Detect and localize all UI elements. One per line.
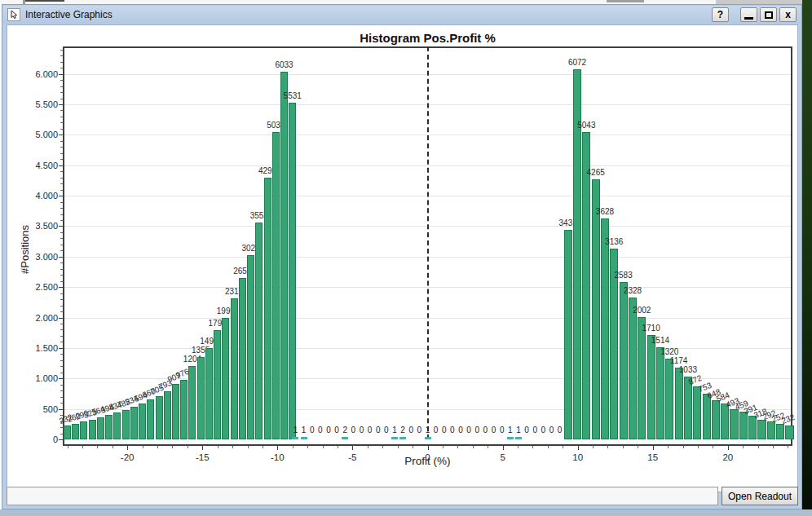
help-button[interactable]: ? xyxy=(712,7,729,22)
histogram-bar[interactable] xyxy=(272,132,280,439)
histogram-bar[interactable] xyxy=(255,223,263,439)
y-minor-tick xyxy=(60,275,63,276)
histogram-bar[interactable] xyxy=(139,404,146,439)
close-button[interactable]: x xyxy=(779,7,797,22)
histogram-bar[interactable] xyxy=(113,412,121,439)
y-minor-tick xyxy=(60,55,63,56)
y-minor-tick xyxy=(60,360,63,361)
y-tick-label: 4.500 xyxy=(19,161,58,170)
maximize-button[interactable] xyxy=(760,7,777,22)
titlebar-buttons: ? x xyxy=(712,7,797,22)
histogram-bar[interactable] xyxy=(222,318,229,439)
tiny-bar[interactable] xyxy=(507,437,514,439)
open-readout-button[interactable]: Open Readout xyxy=(722,487,798,505)
titlebar[interactable]: Interactive Graphics ? x xyxy=(3,6,801,24)
y-minor-tick xyxy=(60,92,63,93)
histogram-bar[interactable] xyxy=(197,357,205,439)
histogram-bar[interactable] xyxy=(675,368,683,439)
x-minor-tick xyxy=(143,446,143,448)
y-minor-tick xyxy=(60,281,63,282)
x-minor-tick xyxy=(323,446,324,448)
x-minor-tick xyxy=(398,446,399,448)
histogram-bar[interactable] xyxy=(89,420,96,439)
histogram-bar[interactable] xyxy=(231,298,238,439)
histogram-bar[interactable] xyxy=(601,218,609,439)
y-minor-tick xyxy=(60,110,63,111)
histogram-bar[interactable] xyxy=(188,366,196,439)
tiny-bar[interactable] xyxy=(425,437,431,439)
y-minor-tick xyxy=(60,311,63,312)
y-minor-tick xyxy=(60,390,63,391)
histogram-bar[interactable] xyxy=(156,396,163,439)
bar-value-label: 5043 xyxy=(563,121,609,130)
chart-title: Histogram Pos.Profit % xyxy=(63,31,792,45)
y-minor-tick xyxy=(60,183,63,184)
histogram-bar[interactable] xyxy=(280,72,288,439)
tiny-bar[interactable] xyxy=(391,437,398,439)
histogram-bar[interactable] xyxy=(164,391,171,439)
tiny-bar[interactable] xyxy=(301,437,307,439)
y-tick-label: 3.500 xyxy=(19,221,58,231)
y-minor-tick xyxy=(60,403,63,404)
histogram-bar[interactable] xyxy=(105,415,113,439)
minimize-icon xyxy=(744,17,753,20)
tiny-bar[interactable] xyxy=(292,437,298,439)
y-tick-label: 6.000 xyxy=(19,69,58,79)
y-minor-tick xyxy=(60,238,63,239)
readout-field[interactable] xyxy=(7,487,718,505)
y-minor-tick xyxy=(60,159,63,160)
x-minor-tick xyxy=(518,446,519,448)
histogram-bar[interactable] xyxy=(80,421,87,439)
histogram-bar[interactable] xyxy=(629,298,637,439)
x-minor-tick xyxy=(758,446,759,448)
y-tick xyxy=(59,104,63,105)
histogram-bar[interactable] xyxy=(264,178,271,439)
x-tick xyxy=(653,446,654,450)
y-minor-tick xyxy=(60,262,63,263)
histogram-bar[interactable] xyxy=(97,417,104,439)
tiny-bar[interactable] xyxy=(342,437,348,439)
x-minor-tick xyxy=(113,446,113,448)
maximize-icon xyxy=(765,11,773,19)
plot-area[interactable]: 05001.0001.5002.0002.5003.0003.5004.0004… xyxy=(63,46,792,446)
y-minor-tick xyxy=(60,232,63,233)
y-minor-tick xyxy=(60,220,63,221)
histogram-bar[interactable] xyxy=(172,384,179,439)
x-minor-tick xyxy=(668,446,669,448)
bar-value-label: 2002 xyxy=(619,306,664,315)
histogram-bar[interactable] xyxy=(592,179,600,439)
histogram-bar[interactable] xyxy=(205,348,213,439)
y-minor-tick xyxy=(60,373,63,373)
y-minor-tick xyxy=(60,117,63,117)
histogram-bar[interactable] xyxy=(147,399,154,439)
tiny-bar[interactable] xyxy=(515,437,522,439)
y-minor-tick xyxy=(60,329,63,330)
x-tick xyxy=(352,446,353,450)
histogram-bar[interactable] xyxy=(130,407,138,439)
x-minor-tick xyxy=(232,446,233,448)
readout-bar: Open Readout xyxy=(7,487,798,505)
y-minor-tick xyxy=(60,178,63,179)
y-tick xyxy=(59,74,63,75)
minimize-button[interactable] xyxy=(740,7,757,22)
tiny-bar[interactable] xyxy=(399,437,406,439)
histogram-bar[interactable] xyxy=(180,380,188,439)
histogram-bar[interactable] xyxy=(785,426,793,439)
histogram-bar[interactable] xyxy=(122,410,130,439)
histogram-bar[interactable] xyxy=(72,424,79,439)
histogram-bar[interactable] xyxy=(239,278,246,439)
y-minor-tick xyxy=(60,68,63,68)
histogram-bar[interactable] xyxy=(247,255,254,439)
histogram-bar[interactable] xyxy=(582,132,590,439)
histogram-bar[interactable] xyxy=(214,330,221,439)
y-tick xyxy=(59,135,63,135)
x-minor-tick xyxy=(773,446,774,448)
y-minor-tick xyxy=(60,306,63,307)
x-minor-tick xyxy=(293,446,293,448)
bar-value-label: 6033 xyxy=(262,60,307,70)
x-minor-tick xyxy=(188,446,188,448)
x-minor-tick xyxy=(307,446,308,448)
histogram-bar[interactable] xyxy=(289,103,296,439)
histogram-bar[interactable] xyxy=(564,230,572,439)
y-tick-label: 2.500 xyxy=(19,282,58,292)
